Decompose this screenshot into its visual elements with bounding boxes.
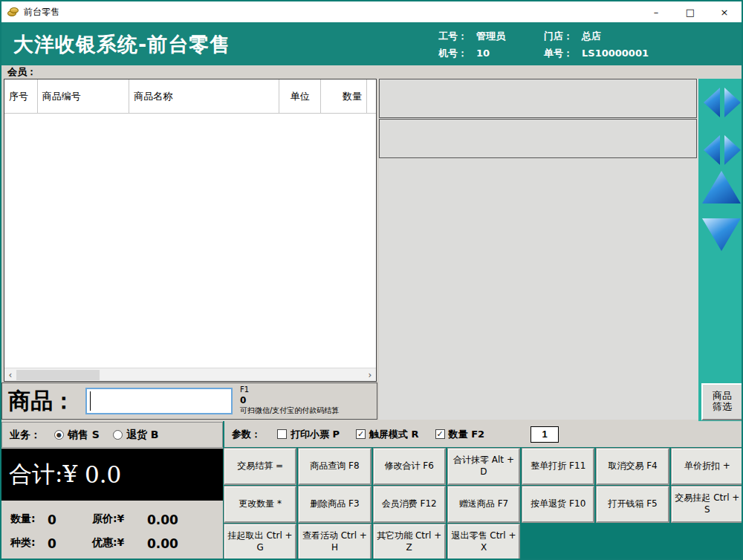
params-label: 参数： [232, 428, 261, 441]
page-right-icon[interactable] [724, 88, 741, 117]
orig-price-label: 原价:¥ [92, 512, 124, 526]
group-left-icon[interactable] [704, 135, 720, 165]
change-quantity-button[interactable]: 更改数量 * [224, 486, 296, 522]
scroll-down-icon[interactable] [702, 218, 741, 251]
round-off-button[interactable]: 合计抹零 Alt + D [448, 449, 519, 484]
grid-empty-cell [672, 524, 743, 560]
close-button[interactable]: × [707, 1, 742, 22]
store-info: 门店：总店 单号：LS10000001 [544, 27, 649, 62]
business-type-row: 业务： ● 销售 S 退货 B [1, 422, 223, 448]
checkbox-touch-mode-icon: ✓ [356, 429, 366, 439]
scroll-right-icon[interactable]: › [364, 368, 376, 382]
checkbox-quantity-icon: ✓ [435, 429, 445, 439]
cancel-transaction-button[interactable]: 取消交易 F4 [597, 449, 668, 484]
action-area: 参数： 打印小票 P ✓ 触屏模式 R ✓ 数量 F2 交易结算 = 商品查询 … [223, 421, 743, 560]
filter-label-line2: 筛选 [713, 402, 732, 413]
total-prefix: 合计:¥ [9, 459, 77, 490]
radio-return-label: 退货 B [126, 429, 159, 442]
member-consume-button[interactable]: 会员消费 F12 [374, 486, 445, 522]
page-left-icon[interactable] [704, 88, 720, 117]
business-label: 业务： [10, 429, 41, 442]
table-body[interactable] [4, 114, 376, 368]
whole-discount-button[interactable]: 整单打折 F11 [522, 449, 594, 484]
terminal-value: 10 [476, 45, 490, 62]
radio-sale-label: 销售 S [68, 429, 100, 442]
operator-label: 工号： [438, 27, 467, 45]
scan-hint: 可扫微信/支付宝的付款码结算 [240, 406, 339, 416]
window-title: 前台零售 [24, 6, 59, 19]
open-drawer-button[interactable]: 打开钱箱 F5 [597, 486, 668, 522]
checkbox-quantity-label: 数量 F2 [449, 428, 484, 441]
checkbox-touch-mode-label: 触屏模式 R [369, 428, 419, 441]
grid-empty-cell [522, 524, 594, 560]
table-header: 序号 商品编号 商品名称 单位 数量 [4, 79, 376, 114]
unit-discount-button[interactable]: 单价折扣 + [672, 449, 743, 484]
scan-label: 商品： [8, 386, 75, 417]
store-label: 门店： [544, 27, 573, 45]
store-value: 总店 [582, 27, 601, 45]
radio-return[interactable]: 退货 B [113, 429, 159, 442]
col-header-filler [367, 79, 376, 113]
scrollbar-thumb[interactable] [16, 370, 100, 380]
return-by-order-button[interactable]: 按单退货 F10 [522, 486, 594, 522]
scroll-up-icon[interactable] [702, 171, 741, 204]
view-activity-button[interactable]: 查看活动 Ctrl + H [299, 524, 370, 560]
maximize-button[interactable]: □ [673, 1, 707, 22]
radio-return-icon [113, 430, 123, 440]
display-panel [379, 79, 698, 420]
kind-value: 0 [48, 536, 56, 551]
col-header-seq[interactable]: 序号 [4, 79, 38, 113]
operator-value: 管理员 [476, 27, 505, 45]
checkbox-print-receipt[interactable]: 打印小票 P [277, 428, 340, 441]
gift-item-button[interactable]: 赠送商品 F7 [448, 486, 519, 522]
display-box-2 [379, 119, 697, 158]
product-query-button[interactable]: 商品查询 F8 [299, 449, 370, 484]
coins-icon [7, 7, 19, 17]
member-label: 会员： [7, 65, 36, 79]
title-bar: 前台零售 – □ × [1, 1, 742, 22]
scan-hotkey: F1 [240, 385, 339, 395]
receipt-value: LS10000001 [582, 45, 649, 62]
qty-label: 数量: [10, 512, 36, 526]
col-header-unit[interactable]: 单位 [279, 79, 321, 113]
settle-button[interactable]: 交易结算 = [224, 449, 296, 484]
discount-value: 0.00 [147, 536, 178, 551]
radio-sale[interactable]: ● 销售 S [54, 429, 100, 442]
retrieve-held-button[interactable]: 挂起取出 Ctrl + G [224, 524, 296, 560]
receipt-label: 单号： [544, 45, 573, 62]
checkbox-touch-mode[interactable]: ✓ 触屏模式 R [356, 428, 419, 441]
modify-total-button[interactable]: 修改合计 F6 [374, 449, 445, 484]
col-header-qty[interactable]: 数量 [321, 79, 367, 113]
barcode-input[interactable] [85, 388, 233, 414]
product-filter-button[interactable]: 商品 筛选 [701, 383, 743, 420]
delete-item-button[interactable]: 删除商品 F3 [299, 486, 370, 522]
discount-label: 优惠:¥ [92, 536, 124, 550]
total-display: 合计:¥ 0.0 [1, 449, 223, 501]
quantity-input[interactable] [531, 426, 559, 443]
display-box-1 [379, 79, 697, 118]
scan-count: 0 [240, 395, 339, 406]
other-functions-button[interactable]: 其它功能 Ctrl + Z [374, 524, 445, 560]
col-header-name[interactable]: 商品名称 [129, 79, 279, 113]
checkbox-quantity[interactable]: ✓ 数量 F2 [435, 428, 484, 441]
items-table: 序号 商品编号 商品名称 单位 数量 ‹ › [4, 79, 377, 382]
scroll-left-icon[interactable]: ‹ [4, 368, 16, 382]
params-row: 参数： 打印小票 P ✓ 触屏模式 R ✓ 数量 F2 [224, 421, 743, 447]
page-title: 大洋收银系统-前台零售 [13, 31, 230, 58]
scan-section: 商品： F1 0 可扫微信/支付宝的付款码结算 [1, 382, 377, 420]
stats-panel: 数量: 0 原价:¥ 0.00 种类: 0 优惠:¥ 0.00 [1, 501, 223, 560]
radio-sale-icon: ● [54, 430, 64, 440]
total-value: 0.0 [85, 461, 121, 488]
filter-label-line1: 商品 [713, 391, 732, 402]
col-header-code[interactable]: 商品编号 [38, 79, 129, 113]
scan-info: F1 0 可扫微信/支付宝的付款码结算 [240, 385, 339, 415]
checkbox-print-receipt-label: 打印小票 P [291, 428, 340, 441]
text-caret [90, 391, 91, 411]
terminal-label: 机号： [438, 45, 467, 62]
horizontal-scrollbar[interactable]: ‹ › [4, 368, 376, 381]
hold-transaction-button[interactable]: 交易挂起 Ctrl + S [672, 486, 743, 522]
minimize-button[interactable]: – [639, 1, 673, 22]
exit-retail-button[interactable]: 退出零售 Ctrl + X [448, 524, 519, 560]
group-right-icon[interactable] [724, 135, 741, 165]
checkbox-print-receipt-icon [277, 429, 287, 439]
